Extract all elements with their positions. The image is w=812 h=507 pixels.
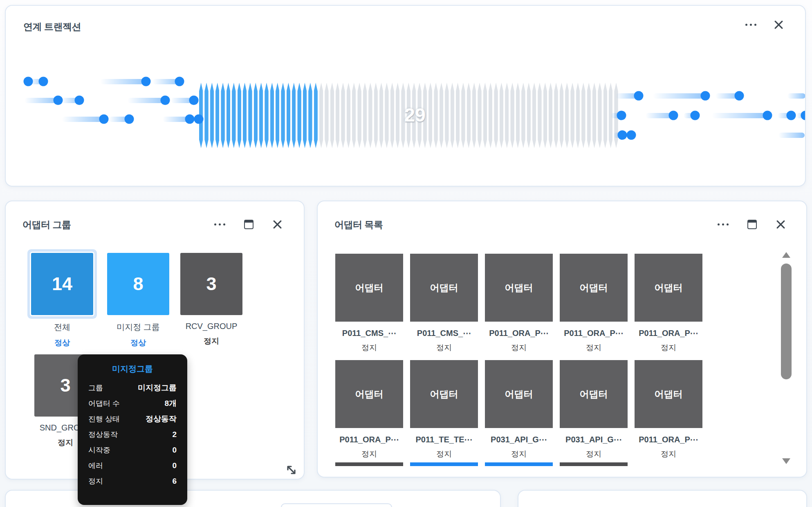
partial-tile-top (560, 462, 628, 466)
particle-dot (618, 131, 627, 140)
group-tile-status: 정상 (103, 338, 173, 348)
particle-trail (712, 113, 770, 118)
adapter-status: 정지 (485, 449, 553, 460)
panel-title-transaction: 연계 트랜젝션 (23, 20, 81, 33)
adapter-tile: 어댑터 (485, 254, 553, 322)
adapter-card[interactable]: 어댑터P011_ORA_P⋯정지 (485, 254, 553, 360)
tooltip-row: 에러0 (88, 458, 177, 473)
tooltip-row-value: 정상동작 (146, 414, 177, 424)
adapter-card[interactable]: 어댑터P011_CMS_⋯정지 (410, 254, 478, 360)
tooltip-row-value: 6 (172, 477, 177, 486)
tooltip-row: 시작중0 (88, 442, 177, 458)
tooltip-row-label: 진행 상태 (88, 414, 120, 424)
tooltip-row: 정상동작2 (88, 427, 177, 442)
group-tile-count: 3 (60, 375, 70, 396)
adapter-name: P011_TE_TE⋯ (410, 435, 478, 444)
particle-dot (194, 115, 204, 124)
scrollbar-up-arrow[interactable] (782, 252, 790, 258)
adapter-card[interactable]: 어댑터P011_ORA_P⋯정지 (635, 360, 702, 466)
group-tile-전체[interactable]: 14전체정상 (27, 253, 97, 348)
tooltip-title: 미지정그룹 (78, 354, 187, 374)
maximize-icon[interactable] (747, 220, 757, 229)
particle-dot (691, 111, 700, 120)
adapter-card[interactable]: 어댑터P011_TE_TE⋯정지 (410, 360, 478, 466)
adapter-name: P011_ORA_P⋯ (335, 435, 403, 444)
adapter-status: 정지 (560, 449, 628, 460)
particle-dot (627, 131, 636, 140)
adapter-card[interactable]: 어댑터P011_ORA_P⋯정지 (635, 254, 702, 360)
adapter-grid: 어댑터P011_CMS_⋯정지어댑터P011_CMS_⋯정지어댑터P011_OR… (335, 254, 702, 466)
particle-dot (161, 96, 170, 105)
group-tile-미지정 그룹[interactable]: 8미지정 그룹정상 (103, 253, 173, 348)
adapter-name: P011_CMS_⋯ (410, 328, 478, 338)
adapter-card[interactable]: 어댑터P031_API_G⋯정지 (560, 360, 628, 466)
maximize-icon[interactable] (244, 220, 253, 229)
tooltip-row-label: 에러 (88, 461, 103, 471)
tooltip-rows: 그룹미지정그룹어댑터 수8개진행 상태정상동작정상동작2시작중0에러0정지6 (78, 380, 187, 489)
more-menu-icon[interactable] (718, 223, 729, 225)
adapter-card[interactable]: 어댑터P011_ORA_P⋯정지 (560, 254, 628, 360)
adapter-tile: 어댑터 (335, 360, 403, 428)
adapter-status: 정지 (410, 449, 478, 460)
group-tile-count: 14 (52, 273, 72, 295)
adapter-tile: 어댑터 (560, 360, 628, 428)
panel-header-actions (718, 219, 786, 230)
tooltip-row-label: 정상동작 (88, 430, 118, 439)
particle-dot (787, 111, 796, 120)
adapter-tile: 어댑터 (335, 254, 403, 322)
tooltip-row-value: 2 (172, 430, 177, 439)
adapter-card[interactable]: 어댑터P011_ORA_P⋯정지 (335, 360, 403, 466)
adapter-status: 정지 (560, 343, 628, 353)
particle-dot (189, 96, 199, 105)
adapter-tile: 어댑터 (410, 360, 478, 428)
adapter-name: P031_API_G⋯ (485, 435, 553, 444)
adapter-tile: 어댑터 (635, 254, 702, 322)
close-icon[interactable] (774, 20, 784, 30)
particle-dot (39, 77, 48, 86)
particle-dot (617, 111, 626, 120)
panel-header-actions (214, 219, 283, 230)
group-tile-box: 14 (31, 253, 93, 315)
panel-adapter-list: 어댑터 목록 어댑터P011_CMS_⋯정지어댑터P011_CMS_⋯정지어댑터… (317, 201, 807, 478)
scrollbar-down-arrow[interactable] (782, 458, 790, 464)
adapter-status: 정지 (635, 343, 702, 353)
tooltip-row-label: 정지 (88, 476, 103, 486)
panel-title-adapter-list: 어댑터 목록 (334, 219, 383, 231)
more-menu-icon[interactable] (745, 24, 756, 26)
particle-dot (175, 77, 184, 86)
adapter-status: 정지 (635, 449, 702, 460)
particle-dot (75, 96, 84, 105)
resize-handle-icon[interactable] (284, 462, 298, 477)
more-menu-icon[interactable] (214, 223, 225, 225)
adapter-card[interactable]: 어댑터P011_CMS_⋯정지 (335, 254, 403, 360)
tooltip-row: 어댑터 수8개 (88, 396, 177, 411)
partial-tile-top (410, 462, 478, 466)
panel-title-adapter-group: 어댑터 그룹 (22, 219, 71, 231)
particle-dot (801, 111, 805, 120)
panel-header-actions (745, 20, 784, 30)
adapter-name: P031_API_G⋯ (560, 435, 628, 444)
group-tile-RCV_GROUP[interactable]: 3RCV_GROUP정지 (177, 253, 246, 347)
adapter-name: P011_CMS_⋯ (335, 328, 403, 338)
close-icon[interactable] (272, 219, 283, 230)
particle-trail (653, 93, 708, 99)
group-tile-count: 3 (206, 273, 216, 295)
dashboard: 29 연계 트랜젝션 어댑터 그룹 14전체정상8미지정 그룹정상3RCV_GR… (0, 0, 812, 507)
particle-dot (735, 91, 744, 101)
particle-trail (787, 93, 805, 99)
tooltip-row-value: 8개 (164, 398, 177, 409)
tooltip-row-label: 그룹 (88, 383, 103, 393)
transaction-count: 29 (404, 104, 426, 126)
group-tile-label: 미지정 그룹 (103, 322, 173, 333)
group-tile-status: 정지 (177, 336, 246, 347)
adapter-status: 정지 (485, 343, 553, 353)
adapter-name: P011_ORA_P⋯ (485, 328, 553, 338)
particle-dot (634, 91, 644, 101)
tooltip-row: 정지6 (88, 473, 177, 489)
tooltip-row-value: 미지정그룹 (138, 383, 177, 393)
panel-transaction: 29 연계 트랜젝션 (5, 5, 806, 187)
scrollbar-thumb[interactable] (781, 264, 792, 379)
particle-dot (763, 111, 772, 120)
adapter-card[interactable]: 어댑터P031_API_G⋯정지 (485, 360, 553, 466)
close-icon[interactable] (776, 219, 786, 230)
